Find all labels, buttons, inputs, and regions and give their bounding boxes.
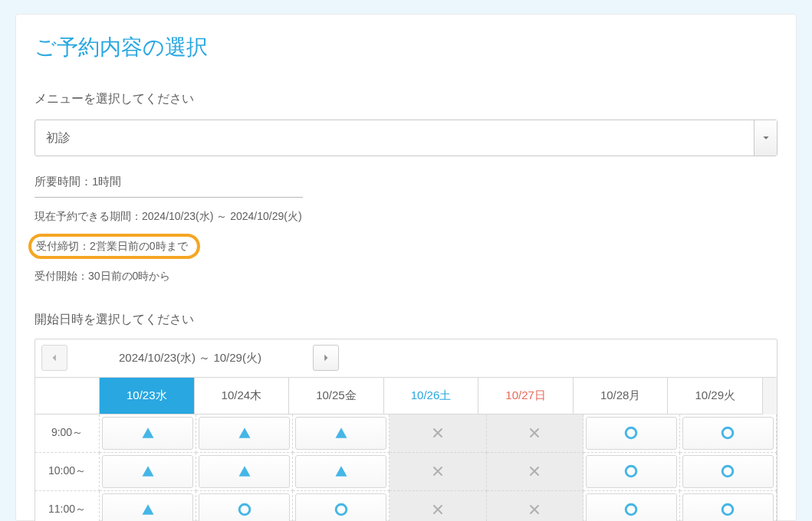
slot-cell[interactable] xyxy=(196,491,293,522)
x-icon xyxy=(527,502,542,517)
slot-cell[interactable] xyxy=(293,415,390,453)
slot-cell xyxy=(487,415,584,453)
slot-inner xyxy=(102,493,193,522)
reservation-card: ご予約内容の選択 メニューを選択してください 初診 所要時間：1時間 現在予約で… xyxy=(15,14,797,521)
triangle-icon xyxy=(334,425,349,441)
circle-icon xyxy=(623,502,639,517)
circle-icon xyxy=(237,502,252,517)
slot-inner xyxy=(682,455,774,488)
day-header[interactable]: 10/26土 xyxy=(384,378,479,415)
circle-icon xyxy=(623,425,639,441)
slot-inner xyxy=(682,417,774,450)
x-icon xyxy=(527,425,542,441)
circle-icon xyxy=(720,425,735,441)
slot-inner xyxy=(586,417,677,450)
time-column-header xyxy=(35,378,100,415)
info-deadline: 受付締切：2営業日前の0時まで xyxy=(36,240,188,252)
circle-icon xyxy=(720,502,735,517)
slot-cell[interactable] xyxy=(100,453,196,491)
info-open: 受付開始：30日前の0時から xyxy=(35,264,777,289)
prev-week-button[interactable] xyxy=(41,345,67,371)
slot-cell xyxy=(390,491,486,522)
slot-cell[interactable] xyxy=(196,415,293,453)
triangle-icon xyxy=(140,425,156,441)
chevron-right-icon xyxy=(321,352,330,363)
slot-cell xyxy=(390,453,486,491)
circle-icon xyxy=(334,502,349,517)
next-week-button[interactable] xyxy=(313,345,339,371)
info-deadline-row: 受付締切：2営業日前の0時まで xyxy=(35,229,777,264)
calendar-header-row: 10/23水10/24木10/25金10/26土10/27日10/28月10/2… xyxy=(35,378,777,415)
slot-inner xyxy=(199,417,290,450)
day-header[interactable]: 10/25金 xyxy=(289,378,384,415)
slot-cell[interactable] xyxy=(584,491,680,522)
menu-select[interactable]: 初診 xyxy=(35,120,777,156)
x-icon xyxy=(430,464,445,479)
slot-inner xyxy=(295,493,386,522)
info-duration: 所要時間：1時間 xyxy=(35,169,303,198)
slot-row: 10:00～ xyxy=(35,453,777,491)
x-icon xyxy=(430,502,445,517)
slot-inner xyxy=(586,493,677,522)
slot-inner xyxy=(102,455,193,488)
slot-cell[interactable] xyxy=(584,453,680,491)
slot-cell[interactable] xyxy=(584,415,680,453)
day-header[interactable]: 10/29火 xyxy=(668,378,763,415)
slot-cell xyxy=(390,415,486,453)
day-header[interactable]: 10/24木 xyxy=(195,378,290,415)
circle-icon xyxy=(623,464,639,479)
slot-inner xyxy=(682,493,774,522)
slot-inner xyxy=(102,417,193,450)
slot-inner xyxy=(295,417,386,450)
slot-inner xyxy=(392,455,483,488)
slot-cell xyxy=(487,453,584,491)
slot-inner xyxy=(199,455,290,488)
slot-cell[interactable] xyxy=(100,415,196,453)
slot-cell[interactable] xyxy=(100,491,196,522)
calendar-nav: 2024/10/23(水) ～ 10/29(火) xyxy=(35,339,777,378)
slot-cell[interactable] xyxy=(680,415,777,453)
x-icon xyxy=(430,425,445,441)
calendar-body: 9:00～10:00～11:00～12:00～ xyxy=(35,415,777,522)
x-icon xyxy=(527,464,542,479)
slot-inner xyxy=(295,455,386,488)
slot-cell[interactable] xyxy=(196,453,293,491)
info-period: 現在予約できる期間：2024/10/23(水) ～ 2024/10/29(火) xyxy=(35,204,777,229)
slot-inner xyxy=(392,493,483,522)
dropdown-caret-icon xyxy=(754,120,777,156)
day-header[interactable]: 10/27日 xyxy=(478,378,574,415)
slot-cell[interactable] xyxy=(680,491,777,522)
availability-calendar: 2024/10/23(水) ～ 10/29(火) 10/23水10/24木10/… xyxy=(35,339,777,522)
slot-inner xyxy=(199,493,290,522)
slot-cell[interactable] xyxy=(293,453,390,491)
triangle-icon xyxy=(140,502,156,517)
slot-inner xyxy=(392,417,483,450)
chevron-left-icon xyxy=(50,352,59,363)
slot-inner xyxy=(586,455,677,488)
scrollbar-spacer xyxy=(763,378,777,415)
slot-cell xyxy=(487,491,584,522)
start-datetime-label: 開始日時を選択してください xyxy=(35,312,777,328)
day-header[interactable]: 10/28月 xyxy=(574,378,669,415)
slot-inner xyxy=(489,417,580,450)
deadline-highlight: 受付締切：2営業日前の0時まで xyxy=(28,234,200,259)
slot-row: 9:00～ xyxy=(35,415,777,453)
menu-select-label: メニューを選択してください xyxy=(35,91,777,107)
triangle-icon xyxy=(237,464,252,479)
slot-cell[interactable] xyxy=(293,491,390,522)
calendar-range-label: 2024/10/23(水) ～ 10/29(火) xyxy=(67,351,313,365)
slot-inner xyxy=(489,455,580,488)
slot-time-label: 9:00～ xyxy=(35,415,100,453)
slot-time-label: 11:00～ xyxy=(35,491,100,522)
slot-time-label: 10:00～ xyxy=(35,453,100,491)
slot-row: 11:00～ xyxy=(35,491,777,522)
triangle-icon xyxy=(237,425,252,441)
page-title: ご予約内容の選択 xyxy=(35,33,777,62)
day-header[interactable]: 10/23水 xyxy=(100,378,195,415)
menu-select-value: 初診 xyxy=(35,130,754,146)
triangle-icon xyxy=(334,464,349,479)
slot-cell[interactable] xyxy=(680,453,777,491)
triangle-icon xyxy=(140,464,156,479)
slot-inner xyxy=(489,493,580,522)
circle-icon xyxy=(720,464,735,479)
